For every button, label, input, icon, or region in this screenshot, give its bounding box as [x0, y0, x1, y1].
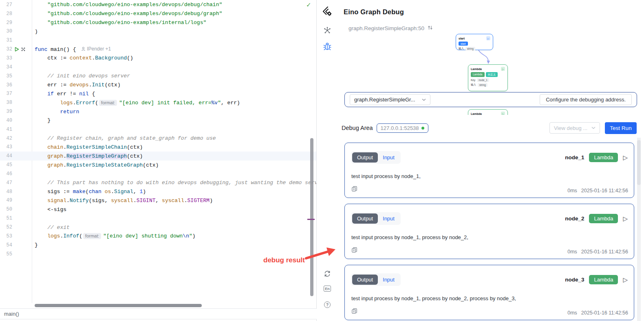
code-line-52[interactable]: 52 // exit	[0, 223, 316, 232]
line-number[interactable]: 40	[0, 118, 12, 123]
code-text: chain.RegisterSimpleChain(ctx)	[32, 144, 316, 150]
line-number[interactable]: 50	[0, 207, 12, 212]
refresh-icon[interactable]	[324, 270, 331, 277]
line-number[interactable]: 47	[0, 180, 12, 186]
line-number[interactable]: 36	[0, 82, 12, 88]
run-node-icon[interactable]: ▷	[623, 154, 628, 161]
graph-node-lambda-2[interactable]: Lambda ▷	[468, 109, 508, 115]
code-line-48[interactable]: 48 sigs := make(chan os.Signal, 1)	[0, 187, 316, 196]
configure-address-button[interactable]: Configure the debugging address.	[540, 94, 632, 105]
line-number[interactable]: 39	[0, 109, 12, 114]
node-play-icon[interactable]: ▷	[501, 67, 505, 71]
code-line-29[interactable]: 29 "github.com/cloudwego/eino-examples/i…	[0, 18, 316, 27]
code-line-28[interactable]: 28 "github.com/cloudwego/eino-examples/d…	[0, 9, 316, 18]
code-line-41[interactable]: 41	[0, 125, 316, 134]
line-number[interactable]: 46	[0, 171, 12, 177]
line-number[interactable]: 49	[0, 198, 12, 203]
code-line-42[interactable]: 42 // Register chain, graph and state_gr…	[0, 134, 316, 143]
run-node-icon[interactable]: ▷	[623, 276, 628, 284]
line-number[interactable]: 35	[0, 73, 12, 79]
line-number[interactable]: 38	[0, 100, 12, 106]
tab-output[interactable]: Output	[352, 275, 378, 285]
result-time: 0ms2025-01-16 11:42:56	[567, 310, 628, 316]
node-play-icon[interactable]: ▷	[486, 36, 490, 40]
code-line-39[interactable]: 39 return	[0, 107, 316, 116]
line-number[interactable]: 54	[0, 242, 12, 248]
debug-result-list: OutputInputnode_1Lambda▷test input proce…	[344, 143, 634, 320]
sort-icon[interactable]	[428, 24, 433, 32]
breadcrumb[interactable]: main()	[4, 311, 19, 317]
panel-scrollbar-thumb[interactable]	[637, 140, 641, 185]
line-number[interactable]: 44	[0, 153, 12, 159]
code-line-33[interactable]: 33 ctx := context.Background()	[0, 54, 316, 63]
line-number[interactable]: 32	[0, 46, 12, 52]
tab-input[interactable]: Input	[378, 275, 399, 285]
line-number[interactable]: 27	[0, 2, 12, 8]
code-line-34[interactable]: 34	[0, 63, 316, 72]
node-play-icon[interactable]: ▷	[501, 112, 505, 115]
code-line-46[interactable]: 46	[0, 169, 316, 178]
test-run-button[interactable]: Test Run	[605, 122, 637, 134]
line-number[interactable]: 45	[0, 162, 12, 168]
copy-icon[interactable]	[351, 308, 357, 316]
line-number[interactable]: 28	[0, 11, 12, 17]
code-line-30[interactable]: 30)	[0, 27, 316, 36]
run-node-icon[interactable]: ▷	[623, 215, 628, 222]
inspections-ok-icon[interactable]: ✓	[306, 1, 311, 9]
line-number[interactable]: 53	[0, 233, 12, 239]
line-number[interactable]: 55	[0, 251, 12, 257]
code-line-31[interactable]: 31	[0, 36, 316, 45]
duration: 0ms	[567, 249, 577, 255]
code-line-53[interactable]: 53 logs.Infof(format:"[eino dev] shuttin…	[0, 232, 316, 241]
line-number[interactable]: 43	[0, 144, 12, 150]
gutter-icons[interactable]	[12, 47, 32, 52]
copy-icon[interactable]	[351, 186, 357, 193]
code-line-47[interactable]: 47 // This part has nothing to do with e…	[0, 178, 316, 187]
tab-input[interactable]: Input	[378, 213, 399, 224]
code-line-50[interactable]: 50 <-sigs	[0, 205, 316, 214]
line-number[interactable]: 42	[0, 136, 12, 141]
code-line-37[interactable]: 37 if err != nil {	[0, 89, 316, 98]
line-number[interactable]: 31	[0, 37, 12, 43]
graph-view-icon[interactable]	[323, 26, 332, 35]
code-line-32[interactable]: 32func main() { IPender +1	[0, 45, 316, 54]
line-number[interactable]: 41	[0, 127, 12, 132]
panel-scrollbar-track[interactable]	[637, 138, 641, 321]
code-line-38[interactable]: 38 logs.Errorf(format:"[eino dev] init f…	[0, 98, 316, 107]
code-line-35[interactable]: 35 // init eino devops server	[0, 72, 316, 81]
code-line-49[interactable]: 49 signal.Notify(sigs, syscall.SIGINT, s…	[0, 196, 316, 205]
view-debug-dropdown[interactable]: View debug ...	[549, 122, 600, 134]
code-line-45[interactable]: 45 graph.RegisterSimpleStateGraph(ctx)	[0, 160, 316, 169]
tab-input[interactable]: Input	[378, 152, 399, 163]
tab-output[interactable]: Output	[352, 213, 378, 224]
vertical-scrollbar[interactable]	[310, 138, 313, 296]
help-icon[interactable]: ?	[324, 301, 331, 308]
line-number[interactable]: 30	[0, 29, 12, 34]
code-line-44[interactable]: 44 graph.RegisterSimpleGraph(ctx)	[0, 152, 316, 160]
line-number[interactable]: 51	[0, 215, 12, 221]
code-line-36[interactable]: 36 err := devops.Init(ctx)	[0, 81, 316, 90]
graph-canvas[interactable]: graph.RegisterSimpleGraph:50 start ▷ sta…	[337, 20, 644, 115]
code-line-40[interactable]: 40 }	[0, 116, 316, 125]
code-line-51[interactable]: 51	[0, 214, 316, 223]
code-text: // Register chain, graph and state_graph…	[32, 135, 316, 141]
tab-output[interactable]: Output	[352, 152, 378, 163]
horizontal-scrollbar[interactable]	[35, 304, 202, 307]
graph-node-lambda-1[interactable]: Lambda ▷ Lambda 自定义 Key node_1 输入 string	[468, 64, 508, 91]
graph-selector-dropdown[interactable]: graph.RegisterSimpleGr...	[350, 94, 430, 105]
line-number[interactable]: 48	[0, 189, 12, 195]
line-number[interactable]: 33	[0, 55, 12, 61]
line-number[interactable]: 52	[0, 224, 12, 230]
code-line-43[interactable]: 43 chain.RegisterSimpleChain(ctx)	[0, 143, 316, 152]
graph-node-start[interactable]: start ▷ start 输入 string	[456, 34, 493, 50]
debug-address-pill[interactable]: 127.0.0.1:52538	[377, 123, 428, 133]
code-line-54[interactable]: 54}	[0, 241, 316, 250]
debug-bug-icon[interactable]	[323, 42, 332, 51]
language-toggle-icon[interactable]: En	[324, 286, 331, 292]
code-line-27[interactable]: 27 "github.com/cloudwego/eino-examples/d…	[0, 0, 316, 9]
copy-icon[interactable]	[351, 247, 357, 255]
code-editor-pane: 27 "github.com/cloudwego/eino-examples/d…	[0, 0, 317, 321]
line-number[interactable]: 34	[0, 64, 12, 70]
line-number[interactable]: 37	[0, 91, 12, 97]
line-number[interactable]: 29	[0, 20, 12, 26]
